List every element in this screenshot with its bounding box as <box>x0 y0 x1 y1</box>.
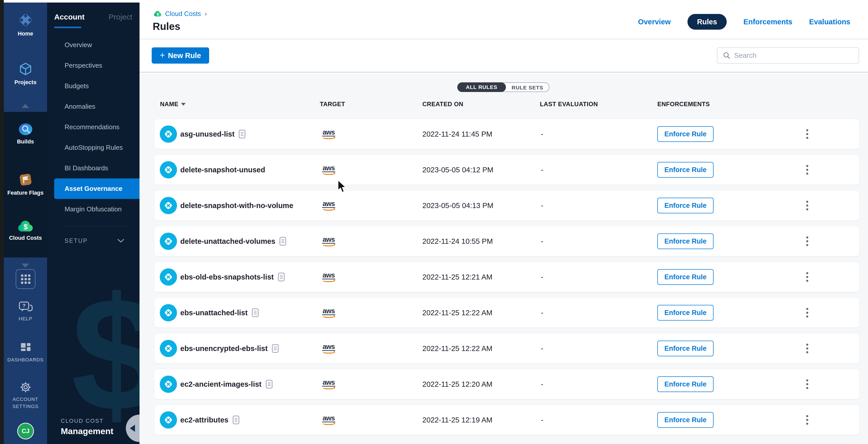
rail-item-feature-flags[interactable]: Feature Flags <box>4 172 47 196</box>
row-kebab-menu-icon[interactable] <box>802 405 812 435</box>
rail-item-account-settings[interactable]: ACCOUNT SETTINGS <box>4 381 47 410</box>
row-kebab-menu-icon[interactable] <box>802 155 812 185</box>
last-evaluation-value: - <box>541 298 544 328</box>
sidebar-item-setup[interactable]: SETUP <box>47 234 140 247</box>
table-row[interactable]: ec2-ancient-images-list aws2022-11-25 12… <box>154 369 859 399</box>
row-kebab-menu-icon[interactable] <box>802 369 812 399</box>
dashboards-icon <box>19 341 32 354</box>
sidebar-item-bi-dashboards[interactable]: BI Dashboards <box>47 158 140 178</box>
aws-smile-icon <box>322 171 335 175</box>
enforce-rule-button[interactable]: Enforce Rule <box>657 126 714 142</box>
brand-line1: CLOUD COST <box>61 418 114 424</box>
rule-name: ebs-unattached-list <box>180 309 248 317</box>
target-aws-logo: aws <box>319 201 338 211</box>
rule-notes-icon[interactable] <box>252 308 259 317</box>
new-rule-button[interactable]: + New Rule <box>152 48 209 64</box>
row-kebab-menu-icon[interactable] <box>802 226 812 256</box>
rule-notes-icon[interactable] <box>266 380 273 389</box>
cloud-costs-breadcrumb-icon: $ <box>153 10 162 17</box>
brand-line2: Management <box>61 426 114 436</box>
target-aws-logo: aws <box>319 415 338 425</box>
row-kebab-menu-icon[interactable] <box>802 119 812 149</box>
rule-icon <box>160 411 177 428</box>
rail-item-projects[interactable]: Projects <box>4 61 47 86</box>
sidebar-item-anomalies[interactable]: Anomalies <box>47 96 140 117</box>
row-kebab-menu-icon[interactable] <box>802 333 812 363</box>
rail-scroll-up-icon[interactable] <box>22 104 29 108</box>
enforce-rule-button[interactable]: Enforce Rule <box>657 412 714 428</box>
last-evaluation-value: - <box>541 190 544 220</box>
rule-notes-icon[interactable] <box>278 272 285 282</box>
rule-notes-icon[interactable] <box>279 237 286 246</box>
tab-enforcements[interactable]: Enforcements <box>743 18 792 26</box>
dollar-watermark: $ <box>71 261 140 444</box>
rule-name-cell: delete-snapshot-unused <box>180 155 265 185</box>
rule-name: delete-snapshot-with-no-volume <box>180 202 293 210</box>
tab-overview[interactable]: Overview <box>638 18 671 26</box>
rail-label-home: Home <box>18 30 33 37</box>
sidebar-item-recommendations[interactable]: Recommendations <box>47 117 140 137</box>
sidebar-item-autostopping-rules[interactable]: AutoStopping Rules <box>47 137 140 158</box>
rule-notes-icon[interactable] <box>239 129 246 139</box>
rail-scroll-down-icon[interactable] <box>22 264 29 268</box>
row-kebab-menu-icon[interactable] <box>802 190 812 220</box>
tab-evaluations[interactable]: Evaluations <box>809 18 850 26</box>
created-on-value: 2022-11-24 11:45 PM <box>422 119 492 149</box>
tab-project[interactable]: Project <box>108 13 132 21</box>
target-aws-logo: aws <box>319 129 338 139</box>
rule-icon <box>160 376 177 393</box>
module-grid-icon[interactable] <box>16 269 35 289</box>
tab-account[interactable]: Account <box>54 13 85 21</box>
created-on-value: 2022-11-25 12:21 AM <box>422 262 493 292</box>
rule-name-cell: ebs-old-ebs-snapshots-list <box>180 262 285 292</box>
search-icon <box>723 52 731 59</box>
cloud-costs-icon: $ <box>17 219 34 233</box>
rule-name-cell: ec2-ancient-images-list <box>180 369 273 399</box>
tab-account-underline <box>54 27 81 28</box>
row-kebab-menu-icon[interactable] <box>802 262 812 292</box>
user-avatar[interactable]: CJ <box>17 423 34 439</box>
aws-smile-icon <box>322 136 335 139</box>
rule-notes-icon[interactable] <box>232 415 240 424</box>
tab-rules[interactable]: Rules <box>687 14 727 30</box>
rail-item-help[interactable]: ? HELP <box>4 301 47 322</box>
rail-item-dashboards[interactable]: DASHBOARDS <box>4 341 47 363</box>
aws-smile-icon <box>322 314 335 318</box>
search-input[interactable] <box>734 52 859 60</box>
sidebar-item-budgets[interactable]: Budgets <box>47 76 140 96</box>
table-row[interactable]: ec2-attributes aws2022-11-25 12:19 AM-En… <box>154 405 859 435</box>
sidebar-item-perspectives[interactable]: Perspectives <box>47 55 140 76</box>
rule-name: ebs-old-ebs-snapshots-list <box>180 273 274 281</box>
rail-item-home[interactable]: Home <box>4 12 47 37</box>
table-row[interactable]: asg-unused-list aws2022-11-24 11:45 PM-E… <box>154 119 859 149</box>
enforce-rule-button[interactable]: Enforce Rule <box>657 305 714 321</box>
enforce-rule-button[interactable]: Enforce Rule <box>657 233 714 249</box>
target-aws-logo: aws <box>319 308 338 318</box>
rail-item-cloud-costs[interactable]: $ Cloud Costs <box>4 219 47 241</box>
enforce-rule-button[interactable]: Enforce Rule <box>657 341 714 356</box>
breadcrumb-cloud-costs-link[interactable]: Cloud Costs <box>165 10 201 18</box>
rail-label-cloud-costs: Cloud Costs <box>9 235 42 241</box>
table-row[interactable]: ebs-unencrypted-ebs-list aws2022-11-25 1… <box>154 333 859 363</box>
enforce-rule-button[interactable]: Enforce Rule <box>657 376 714 392</box>
rule-icon <box>160 233 177 250</box>
table-row[interactable]: delete-unattached-volumes aws2022-11-24 … <box>154 226 859 256</box>
row-kebab-menu-icon[interactable] <box>802 298 812 328</box>
enforce-rule-button[interactable]: Enforce Rule <box>657 198 714 213</box>
grid9-glyph <box>21 274 30 284</box>
table-row[interactable]: delete-snapshot-with-no-volumeaws2023-05… <box>154 190 859 220</box>
enforce-rule-button[interactable]: Enforce Rule <box>657 269 714 285</box>
table-row[interactable]: ebs-old-ebs-snapshots-list aws2022-11-25… <box>154 262 859 292</box>
table-row[interactable]: ebs-unattached-list aws2022-11-25 12:22 … <box>154 298 859 328</box>
last-evaluation-value: - <box>541 333 544 363</box>
sidebar-item-overview[interactable]: Overview <box>47 35 140 55</box>
enforce-rule-button[interactable]: Enforce Rule <box>657 162 714 178</box>
sidebar-item-margin-obfuscation[interactable]: Margin Obfuscation <box>47 199 140 219</box>
table-row[interactable]: delete-snapshot-unusedaws2023-05-05 04:1… <box>154 155 859 185</box>
gear-icon <box>19 381 32 394</box>
target-aws-logo: aws <box>319 379 338 389</box>
new-rule-label: New Rule <box>168 52 201 60</box>
sidebar-item-asset-governance[interactable]: Asset Governance <box>54 178 140 199</box>
rule-notes-icon[interactable] <box>272 344 279 353</box>
rail-item-builds[interactable]: Builds <box>4 122 47 145</box>
